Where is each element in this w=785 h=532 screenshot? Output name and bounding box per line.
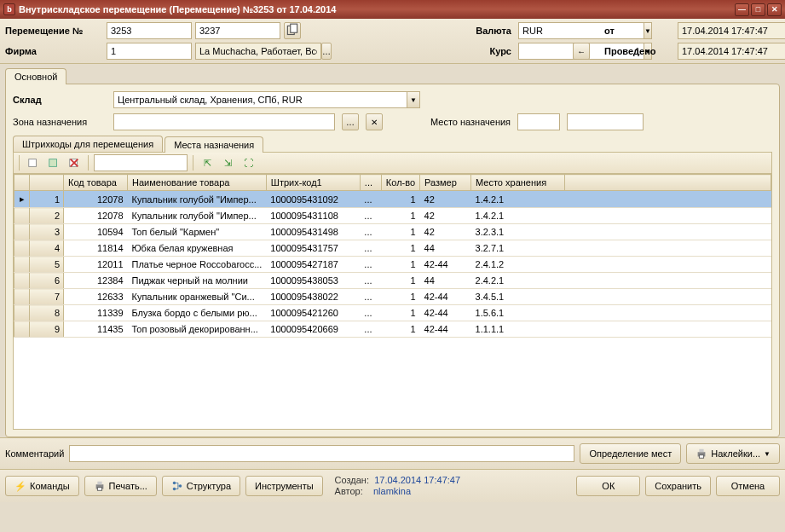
- structure-button[interactable]: Структура: [162, 476, 240, 496]
- print-button[interactable]: Печать...: [84, 476, 157, 496]
- grid-toolbar: ⇱ ⇲ ⛶: [13, 152, 772, 174]
- comment-label: Комментарий: [5, 448, 64, 459]
- detect-places-button[interactable]: Определение мест: [580, 443, 681, 464]
- column-header[interactable]: [565, 175, 771, 191]
- zone-label: Зона назначения: [13, 117, 107, 127]
- arrow-left-icon[interactable]: ←: [573, 43, 590, 60]
- print-icon: [94, 480, 106, 492]
- edit-row-icon[interactable]: [45, 154, 62, 171]
- column-header[interactable]: Размер: [420, 175, 471, 191]
- ellipsis-icon[interactable]: …: [321, 43, 332, 60]
- svg-rect-11: [97, 482, 101, 485]
- window-title: Внутрискладское перемещение (Перемещение…: [19, 4, 336, 14]
- svg-rect-2: [29, 159, 37, 167]
- app-icon: b: [3, 3, 15, 15]
- main-tab-body: Склад ▼ Зона назначения … ✕ Место назнач…: [5, 84, 780, 437]
- toolbar-search-input[interactable]: [94, 154, 188, 171]
- tab-places[interactable]: Места назначения: [165, 136, 263, 153]
- place-input-2[interactable]: [567, 113, 644, 130]
- svg-rect-1: [291, 24, 297, 32]
- from-date-input[interactable]: ▼: [678, 22, 780, 39]
- bolt-icon: ⚡: [14, 481, 26, 492]
- data-grid[interactable]: Код товараНаименование товараШтрих-код1.…: [13, 174, 772, 430]
- move-number-label: Перемещение №: [5, 26, 103, 36]
- place-label: Место назначения: [430, 117, 511, 127]
- table-row[interactable]: 310594Топ белый "Кармен"1000095431498...…: [14, 224, 771, 240]
- clear-icon[interactable]: ✕: [366, 113, 383, 130]
- copy-icon[interactable]: [284, 22, 301, 39]
- column-header[interactable]: Наименование товара: [128, 175, 267, 191]
- chevron-down-icon[interactable]: ▼: [407, 91, 420, 108]
- column-header[interactable]: ...: [360, 175, 381, 191]
- place-input-1[interactable]: [517, 113, 560, 130]
- main-tabs: Основной Склад ▼ Зона назначения … ✕ Мес…: [0, 64, 785, 437]
- rate-input[interactable]: ▼: [518, 43, 569, 60]
- status-label: Проведено: [597, 46, 674, 56]
- zone-input[interactable]: [113, 113, 335, 130]
- column-header[interactable]: Место хранения: [471, 175, 565, 191]
- comment-input[interactable]: [69, 445, 574, 462]
- svg-rect-9: [700, 455, 704, 459]
- column-header[interactable]: Кол-во: [381, 175, 419, 191]
- tab-barcodes[interactable]: Штрихкоды для перемещения: [13, 136, 163, 152]
- table-row[interactable]: 512011Платье черное Roccobarocc...100009…: [14, 257, 771, 273]
- table-row[interactable]: 612384Пиджак черный на молнии10000954380…: [14, 273, 771, 289]
- firm-name-input[interactable]: [195, 43, 321, 60]
- currency-select[interactable]: ▼: [518, 22, 569, 39]
- move-number-2-input[interactable]: [195, 22, 280, 39]
- table-row[interactable]: 712633Купальник оранжевый "Си...10000954…: [14, 289, 771, 305]
- svg-point-13: [173, 482, 176, 485]
- print-icon: [696, 448, 707, 460]
- column-header[interactable]: Штрих-код1: [266, 175, 360, 191]
- svg-point-15: [173, 488, 176, 491]
- svg-rect-8: [700, 449, 704, 453]
- ellipsis-icon[interactable]: …: [342, 113, 359, 130]
- minimize-button[interactable]: —: [735, 3, 749, 16]
- title-bar: b Внутрискладское перемещение (Перемещен…: [0, 0, 785, 19]
- status-date-input[interactable]: ▼: [678, 43, 780, 60]
- firm-label: Фирма: [5, 46, 103, 56]
- expand-icon[interactable]: ⇱: [199, 154, 216, 171]
- table-row[interactable]: 411814Юбка белая кружевная1000095431757.…: [14, 240, 771, 257]
- maximize-button[interactable]: □: [751, 3, 765, 16]
- rate-label: Курс: [464, 46, 515, 56]
- column-header[interactable]: [14, 175, 30, 191]
- delete-row-icon[interactable]: [66, 154, 83, 171]
- stickers-button[interactable]: Наклейки... ▼: [686, 443, 780, 464]
- warehouse-label: Склад: [13, 95, 107, 105]
- commands-button[interactable]: ⚡ Команды: [5, 476, 79, 496]
- new-row-icon[interactable]: [25, 154, 42, 171]
- cancel-button[interactable]: Отмена: [716, 476, 780, 496]
- from-label: от: [597, 26, 674, 36]
- table-row[interactable]: ▸112078Купальник голубой "Импер...100009…: [14, 191, 771, 208]
- tree-icon: [171, 480, 183, 492]
- tab-main[interactable]: Основной: [5, 68, 66, 84]
- warehouse-select[interactable]: ▼: [113, 91, 420, 108]
- footer-action-bar: ⚡ Команды Печать... Структура Инструмент…: [0, 469, 785, 502]
- close-button[interactable]: ✕: [767, 3, 782, 16]
- column-header[interactable]: [30, 175, 64, 191]
- header: Перемещение № Валюта ▼ от ▼ Фирма … Курс…: [0, 19, 785, 64]
- currency-label: Валюта: [464, 26, 515, 36]
- svg-rect-3: [49, 159, 57, 167]
- table-row[interactable]: 911435Топ розовый декорированн...1000095…: [14, 321, 771, 338]
- firm-code-input[interactable]: [107, 43, 192, 60]
- expand-all-icon[interactable]: ⛶: [240, 154, 257, 171]
- save-button[interactable]: Сохранить: [645, 476, 711, 496]
- collapse-icon[interactable]: ⇲: [219, 154, 236, 171]
- column-header[interactable]: Код товара: [64, 175, 128, 191]
- tools-button[interactable]: Инструменты: [245, 476, 323, 496]
- move-number-1-input[interactable]: [107, 22, 192, 39]
- table-row[interactable]: 811339Блузка бордо с белыми рю...1000095…: [14, 305, 771, 321]
- svg-point-14: [179, 484, 182, 488]
- table-row[interactable]: 212078Купальник голубой "Импер...1000095…: [14, 208, 771, 224]
- svg-rect-12: [97, 488, 101, 491]
- footer-comment-bar: Комментарий Определение мест Наклейки...…: [0, 437, 785, 469]
- ok-button[interactable]: ОК: [576, 476, 640, 496]
- meta-info: Создан: 17.04.2014 17:47:47 Автор: nlamk…: [335, 475, 460, 497]
